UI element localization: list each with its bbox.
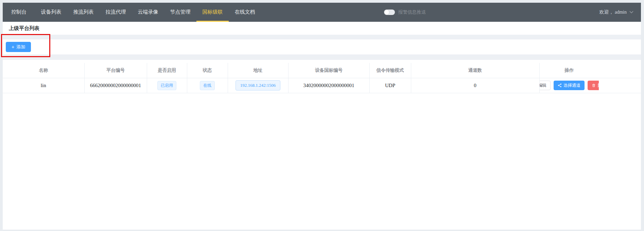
share-icon (558, 83, 562, 87)
col-header-transport: 信令传输模式 (369, 63, 411, 78)
edit-button[interactable]: 编辑 (539, 81, 551, 90)
col-header-filler (599, 63, 641, 78)
alarm-push-label: 报警信息推送 (398, 9, 426, 15)
nav-item-online-docs[interactable]: 在线文档 (229, 3, 261, 22)
chevron-down-icon (629, 11, 633, 14)
spacer (3, 35, 641, 39)
cell-enabled: 已启用 (147, 78, 187, 93)
user-menu[interactable]: 欢迎， admin (599, 3, 634, 22)
cell-channels: 0 (411, 78, 539, 93)
nav-item-gb-cascade[interactable]: 国标级联 (196, 3, 229, 22)
table-row: lin 66620000002000000001 已启用 在线 192.168.… (3, 78, 641, 93)
col-header-channels: 通道数 (411, 63, 539, 78)
platform-table: 名称 平台编号 是否启用 状态 地址 设备国标编号 信令传输模式 通道数 操作 … (3, 63, 641, 93)
top-nav: 控制台 设备列表 推流列表 拉流代理 云端录像 节点管理 国标级联 在线文档 报… (3, 3, 641, 22)
toggle-knob (384, 10, 389, 15)
cell-address: 192.168.1.242:1506 (228, 78, 288, 93)
platform-table-card: 名称 平台编号 是否启用 状态 地址 设备国标编号 信令传输模式 通道数 操作 … (3, 60, 641, 230)
table-header-row: 名称 平台编号 是否启用 状态 地址 设备国标编号 信令传输模式 通道数 操作 (3, 63, 641, 78)
welcome-text: 欢迎， admin (599, 9, 627, 15)
cell-transport: UDP (369, 78, 411, 93)
nav-item-pull-proxy[interactable]: 拉流代理 (100, 3, 132, 22)
add-button-label: 添加 (16, 44, 25, 50)
select-channel-label: 选择通道 (563, 83, 580, 88)
nav-item-console[interactable]: 控制台 (3, 3, 35, 22)
col-header-enabled: 是否启用 (147, 63, 187, 78)
alarm-push-group: 报警信息推送 (384, 3, 426, 22)
select-channel-button[interactable]: 选择通道 (554, 81, 585, 90)
plus-icon: + (12, 45, 14, 49)
add-button[interactable]: + 添加 (6, 42, 31, 52)
trash-icon (592, 83, 596, 87)
nav-item-push-list[interactable]: 推流列表 (67, 3, 100, 22)
enabled-badge: 已启用 (157, 81, 176, 90)
status-badge: 在线 (200, 81, 215, 90)
cell-actions: 编辑 选择通道 (539, 78, 599, 93)
col-header-name: 名称 (3, 63, 84, 78)
delete-button[interactable]: 删除 (588, 81, 599, 90)
col-header-actions: 操作 (539, 63, 599, 78)
cell-platform-id: 66620000002000000001 (84, 78, 147, 93)
toolbar: + 添加 (3, 39, 641, 54)
delete-button-label: 删除 (597, 83, 599, 88)
spacer (3, 54, 641, 60)
col-header-gb-id: 设备国标编号 (288, 63, 369, 78)
nav-item-device-list[interactable]: 设备列表 (35, 3, 67, 22)
alarm-push-toggle[interactable] (384, 10, 395, 15)
col-header-status: 状态 (187, 63, 228, 78)
col-header-platform-id: 平台编号 (84, 63, 147, 78)
cell-name: lin (3, 78, 84, 93)
nav-item-node-manage[interactable]: 节点管理 (164, 3, 196, 22)
cell-filler (599, 78, 641, 93)
nav-item-cloud-record[interactable]: 云端录像 (132, 3, 164, 22)
cell-gb-id: 34020000002000000001 (288, 78, 369, 93)
page-frame: 控制台 设备列表 推流列表 拉流代理 云端录像 节点管理 国标级联 在线文档 报… (3, 3, 641, 230)
page-title: 上级平台列表 (9, 25, 39, 32)
edit-button-label: 编辑 (539, 83, 546, 88)
col-header-address: 地址 (228, 63, 288, 78)
title-band: 上级平台列表 (3, 22, 641, 35)
cell-status: 在线 (187, 78, 228, 93)
address-button[interactable]: 192.168.1.242:1506 (236, 80, 280, 90)
